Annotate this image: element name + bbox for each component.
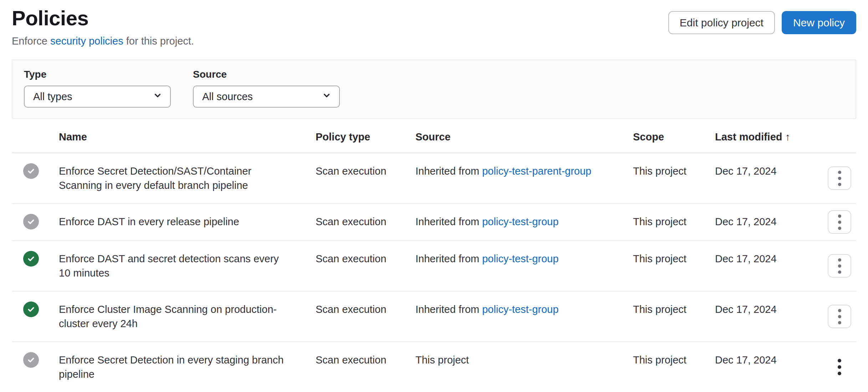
header-actions: Edit policy project New policy xyxy=(668,11,856,34)
actions-cell xyxy=(822,292,856,341)
scope-column-header: Scope xyxy=(633,121,715,153)
source-filter-dropdown[interactable]: All sources xyxy=(193,86,340,108)
type-filter-label: Type xyxy=(24,69,171,80)
last-modified-cell: Dec 17, 2024 xyxy=(715,292,822,341)
policy-name-cell: Enforce Cluster Image Scanning on produc… xyxy=(59,292,316,341)
table-row: Enforce Secret Detection in every stagin… xyxy=(12,342,856,392)
policy-name-cell: Enforce Secret Detection/SAST/Container … xyxy=(59,153,316,203)
ellipsis-vertical-icon[interactable] xyxy=(828,355,851,379)
actions-cell xyxy=(822,204,856,240)
edit-policy-project-button[interactable]: Edit policy project xyxy=(668,11,775,34)
status-cell xyxy=(12,153,59,203)
scope-cell: This project xyxy=(633,241,715,291)
source-filter-value: All sources xyxy=(202,91,253,103)
policy-name-cell: Enforce DAST and secret detection scans … xyxy=(59,241,316,291)
type-filter-group: Type All types xyxy=(24,69,171,108)
page-header: Policies Enforce security policies for t… xyxy=(12,0,856,48)
status-cell xyxy=(12,204,59,240)
type-filter-dropdown[interactable]: All types xyxy=(24,86,171,108)
new-policy-button[interactable]: New policy xyxy=(782,11,856,34)
source-cell: Inherited from policy-test-group xyxy=(415,204,633,240)
last-modified-cell: Dec 17, 2024 xyxy=(715,153,822,203)
ellipsis-vertical-icon[interactable] xyxy=(828,210,851,234)
source-group-link[interactable]: policy-test-group xyxy=(482,253,558,264)
source-column-header: Source xyxy=(415,121,633,153)
source-cell: This project xyxy=(415,342,633,392)
subtitle-text-prefix: Enforce xyxy=(12,35,50,47)
status-cell xyxy=(12,342,59,392)
scope-cell: This project xyxy=(633,204,715,240)
policy-type-cell: Scan execution xyxy=(316,204,415,240)
last-modified-cell: Dec 17, 2024 xyxy=(715,241,822,291)
chevron-down-icon xyxy=(153,91,162,103)
source-group-link[interactable]: policy-test-parent-group xyxy=(482,165,591,177)
last-modified-cell: Dec 17, 2024 xyxy=(715,342,822,392)
ellipsis-vertical-icon[interactable] xyxy=(828,166,851,190)
source-group-link[interactable]: policy-test-group xyxy=(482,304,558,315)
source-cell: Inherited from policy-test-parent-group xyxy=(415,153,633,203)
security-policies-link[interactable]: security policies xyxy=(50,35,123,47)
ellipsis-vertical-icon[interactable] xyxy=(828,254,851,278)
table-row: Enforce Cluster Image Scanning on produc… xyxy=(12,292,856,342)
table-row: Enforce DAST and secret detection scans … xyxy=(12,241,856,292)
policy-type-cell: Scan execution xyxy=(316,292,415,341)
policy-name-cell: Enforce Secret Detection in every stagin… xyxy=(59,342,316,392)
scope-cell: This project xyxy=(633,153,715,203)
actions-cell xyxy=(822,153,856,203)
source-text: This project xyxy=(415,354,469,366)
ellipsis-vertical-icon[interactable] xyxy=(828,305,851,328)
source-prefix: Inherited from xyxy=(415,216,482,227)
check-circle-icon xyxy=(23,251,39,267)
actions-cell xyxy=(822,342,856,392)
page-header-text: Policies Enforce security policies for t… xyxy=(12,4,194,48)
policy-name-cell: Enforce DAST in every release pipeline xyxy=(59,204,316,240)
table-row: Enforce DAST in every release pipeline S… xyxy=(12,204,856,241)
policy-type-cell: Scan execution xyxy=(316,241,415,291)
source-cell: Inherited from policy-test-group xyxy=(415,292,633,341)
scope-cell: This project xyxy=(633,342,715,392)
status-cell xyxy=(12,241,59,291)
page-subtitle: Enforce security policies for this proje… xyxy=(12,35,194,48)
source-cell: Inherited from policy-test-group xyxy=(415,241,633,291)
page-title: Policies xyxy=(12,6,194,30)
source-group-link[interactable]: policy-test-group xyxy=(482,216,558,227)
last-modified-label: Last modified xyxy=(715,131,782,143)
scope-cell: This project xyxy=(633,292,715,341)
filter-bar: Type All types Source All sources xyxy=(12,60,856,119)
name-column-header: Name xyxy=(59,121,316,153)
sort-ascending-icon: ↑ xyxy=(785,131,791,143)
chevron-down-icon xyxy=(322,91,331,103)
status-column-header xyxy=(12,121,59,153)
check-circle-icon xyxy=(23,163,39,179)
last-modified-cell: Dec 17, 2024 xyxy=(715,204,822,240)
check-circle-icon xyxy=(23,301,39,317)
policy-type-cell: Scan execution xyxy=(316,153,415,203)
actions-column-header xyxy=(822,121,856,153)
status-cell xyxy=(12,292,59,341)
table-row: Enforce Secret Detection/SAST/Container … xyxy=(12,153,856,204)
table-header-row: Name Policy type Source Scope Last modif… xyxy=(12,121,856,153)
policy-type-column-header: Policy type xyxy=(316,121,415,153)
source-prefix: Inherited from xyxy=(415,165,482,177)
policies-table: Name Policy type Source Scope Last modif… xyxy=(12,121,856,392)
source-prefix: Inherited from xyxy=(415,253,482,264)
type-filter-value: All types xyxy=(33,91,72,103)
subtitle-text-suffix: for this project. xyxy=(123,35,194,47)
source-filter-label: Source xyxy=(193,69,340,80)
last-modified-column-header[interactable]: Last modified↑ xyxy=(715,121,822,153)
policy-type-cell: Scan execution xyxy=(316,342,415,392)
source-prefix: Inherited from xyxy=(415,304,482,315)
actions-cell xyxy=(822,241,856,291)
source-filter-group: Source All sources xyxy=(193,69,340,108)
check-circle-icon xyxy=(23,214,39,229)
check-circle-icon xyxy=(23,352,39,368)
policies-page: Policies Enforce security policies for t… xyxy=(0,0,868,392)
